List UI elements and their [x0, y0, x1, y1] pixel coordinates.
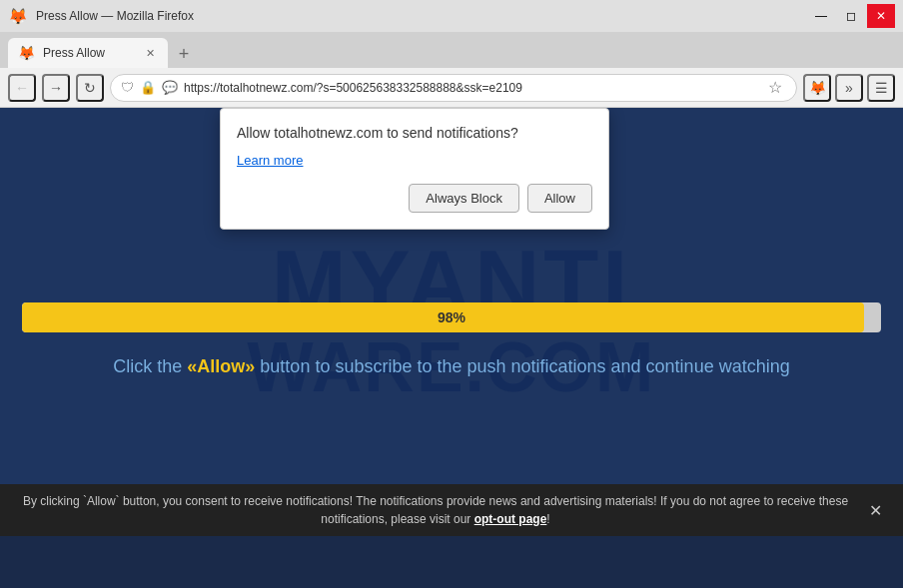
progress-bar-container: 98%	[22, 302, 881, 332]
close-button[interactable]: ✕	[867, 4, 895, 28]
address-bar[interactable]: 🛡 🔒 💬 https://totalhotnewz.com/?s=500625…	[110, 74, 797, 102]
message-suffix: button to subscribe to the push notifica…	[255, 356, 789, 376]
back-button[interactable]: ←	[8, 74, 36, 102]
tab-favicon: 🦊	[18, 45, 35, 61]
titlebar-title: Press Allow — Mozilla Firefox	[36, 9, 194, 23]
titlebar: 🦊 Press Allow — Mozilla Firefox — ◻ ✕	[0, 0, 903, 32]
popup-question: Allow totalhotnewz.com to send notificat…	[237, 125, 592, 141]
new-tab-button[interactable]: +	[170, 40, 198, 68]
toolbar-extras: 🦊 » ☰	[803, 74, 895, 102]
learn-more-link[interactable]: Learn more	[237, 153, 303, 168]
banner-text-before: By clicking `Allow` button, you consent …	[23, 494, 848, 526]
forward-button[interactable]: →	[42, 74, 70, 102]
menu-button[interactable]: ☰	[867, 74, 895, 102]
browser-content: MYANTI WARE.COM 98% Click the «Allow» bu…	[0, 108, 903, 536]
banner-text: By clicking `Allow` button, you consent …	[16, 492, 855, 528]
tab-close-button[interactable]: ✕	[142, 45, 158, 61]
opt-out-link[interactable]: opt-out page	[474, 512, 547, 526]
minimize-button[interactable]: —	[807, 4, 835, 28]
active-tab[interactable]: 🦊 Press Allow ✕	[8, 38, 168, 68]
banner-close-button[interactable]: ✕	[863, 498, 887, 522]
refresh-button[interactable]: ↻	[76, 74, 104, 102]
notification-icon: 💬	[162, 80, 178, 95]
bookmark-button[interactable]: ☆	[764, 77, 786, 99]
progress-area: 98% Click the «Allow» button to subscrib…	[0, 302, 903, 377]
message-prefix: Click the	[113, 356, 187, 376]
url-text: https://totalhotnewz.com/?s=500625638332…	[184, 81, 758, 95]
progress-message: Click the «Allow» button to subscribe to…	[113, 356, 789, 377]
tab-label: Press Allow	[43, 46, 134, 60]
pocket-button[interactable]: 🦊	[803, 74, 831, 102]
bottom-banner: By clicking `Allow` button, you consent …	[0, 484, 903, 536]
always-block-button[interactable]: Always Block	[409, 184, 519, 213]
popup-buttons: Always Block Allow	[237, 184, 592, 213]
restore-button[interactable]: ◻	[837, 4, 865, 28]
tabbar: 🦊 Press Allow ✕ +	[0, 32, 903, 68]
banner-text-end: !	[546, 512, 549, 526]
notification-popup: Allow totalhotnewz.com to send notificat…	[220, 108, 609, 230]
titlebar-controls: — ◻ ✕	[807, 4, 895, 28]
toolbar: ← → ↻ 🛡 🔒 💬 https://totalhotnewz.com/?s=…	[0, 68, 903, 108]
lock-icon: 🔒	[140, 80, 156, 95]
progress-text: 98%	[438, 309, 465, 325]
titlebar-left: 🦊 Press Allow — Mozilla Firefox	[8, 7, 194, 26]
extensions-button[interactable]: »	[835, 74, 863, 102]
message-highlight: «Allow»	[187, 356, 255, 376]
firefox-icon: 🦊	[8, 7, 28, 26]
shield-icon: 🛡	[121, 80, 134, 95]
allow-button[interactable]: Allow	[527, 184, 592, 213]
